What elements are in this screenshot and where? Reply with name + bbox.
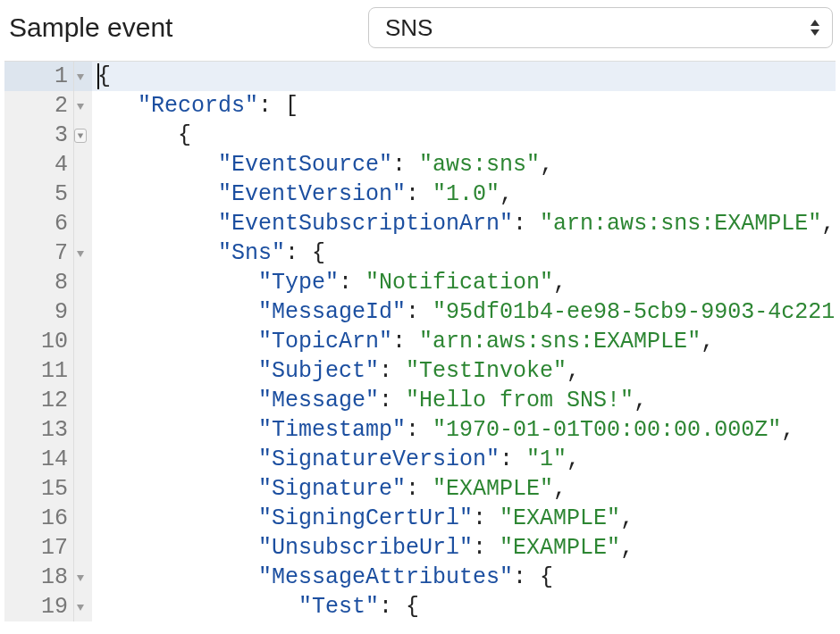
line-number[interactable]: 12	[4, 386, 73, 415]
line-number[interactable]: 1	[4, 62, 73, 91]
code-line[interactable]: "Records": [	[92, 91, 836, 121]
fold-arrow-open-icon[interactable]	[76, 249, 85, 258]
code-line[interactable]: "Test": {	[92, 592, 836, 621]
json-punct: ,	[553, 270, 567, 296]
line-number[interactable]: 10	[4, 327, 73, 356]
line-number[interactable]: 15	[4, 474, 73, 504]
json-punct: :	[406, 476, 433, 502]
json-punct: ,	[567, 446, 580, 472]
code-line[interactable]: "SignatureVersion": "1",	[92, 445, 836, 474]
json-punct: :	[406, 299, 433, 325]
line-number[interactable]: 19	[4, 592, 73, 621]
fold-cell	[74, 297, 92, 327]
code-line[interactable]: "SigningCertUrl": "EXAMPLE",	[92, 504, 836, 533]
json-string: "TestInvoke"	[406, 358, 567, 384]
fold-cell	[74, 327, 92, 356]
json-key: "Sns"	[218, 240, 285, 266]
fold-cell	[74, 150, 92, 179]
json-key: "TopicArn"	[258, 329, 392, 355]
code-line[interactable]: "EventVersion": "1.0",	[92, 179, 836, 209]
json-punct: ,	[540, 152, 553, 178]
json-punct: : {	[379, 594, 419, 620]
fold-cell	[74, 445, 92, 474]
json-string: "Hello from SNS!"	[406, 388, 634, 413]
json-string: "Notification"	[365, 270, 553, 296]
json-key: "Type"	[258, 270, 339, 296]
json-string: "arn:aws:sns:EXAMPLE"	[540, 211, 821, 237]
json-key: "EventSubscriptionArn"	[218, 211, 513, 237]
json-string: "1"	[526, 446, 567, 472]
code-line[interactable]: "EventSubscriptionArn": "arn:aws:sns:EXA…	[92, 209, 836, 238]
line-number-gutter[interactable]: 12345678910111213141516171819	[4, 62, 74, 621]
code-line[interactable]: "Signature": "EXAMPLE",	[92, 474, 836, 504]
json-string: "1970-01-01T00:00:00.000Z"	[433, 417, 781, 443]
json-punct: :	[379, 358, 406, 384]
json-key: "Timestamp"	[258, 417, 406, 443]
fold-toggle-box-icon[interactable]	[74, 129, 87, 143]
line-number[interactable]: 2	[4, 91, 73, 121]
line-number[interactable]: 16	[4, 504, 73, 533]
fold-arrow-open-icon[interactable]	[76, 573, 85, 582]
json-punct: ,	[821, 211, 835, 237]
json-string: "95df01b4-ee98-5cb9-9903-4c221d41eb5	[433, 299, 836, 325]
code-editor[interactable]: 12345678910111213141516171819 { "Records…	[4, 61, 836, 621]
line-number[interactable]: 9	[4, 297, 73, 327]
json-punct: : {	[513, 564, 553, 590]
code-line[interactable]: "Sns": {	[92, 238, 836, 268]
event-template-select[interactable]: SNS	[368, 7, 833, 48]
json-punct: : [	[258, 93, 298, 119]
json-string: "aws:sns"	[419, 152, 540, 178]
fold-arrow-open-icon[interactable]	[76, 603, 85, 612]
fold-arrow-open-icon[interactable]	[76, 72, 85, 81]
line-number[interactable]: 18	[4, 563, 73, 592]
fold-cell	[74, 386, 92, 415]
text-cursor	[97, 63, 99, 89]
json-punct: ,	[620, 535, 634, 561]
json-punct: :	[339, 270, 365, 296]
line-number[interactable]: 5	[4, 179, 73, 209]
header-bar: Sample event SNS	[0, 0, 840, 61]
line-number[interactable]: 13	[4, 415, 73, 445]
code-line[interactable]: "MessageId": "95df01b4-ee98-5cb9-9903-4c…	[92, 297, 836, 327]
fold-cell	[74, 91, 92, 121]
line-number[interactable]: 11	[4, 356, 73, 386]
json-string: "1.0"	[433, 181, 500, 207]
line-number[interactable]: 6	[4, 209, 73, 238]
json-string: "EXAMPLE"	[433, 476, 553, 502]
json-key: "SignatureVersion"	[258, 446, 500, 472]
code-line[interactable]: {	[92, 121, 836, 150]
code-line[interactable]: "Message": "Hello from SNS!",	[92, 386, 836, 415]
fold-gutter[interactable]	[74, 62, 92, 621]
code-line[interactable]: "TopicArn": "arn:aws:sns:EXAMPLE",	[92, 327, 836, 356]
line-number[interactable]: 8	[4, 268, 73, 297]
fold-cell	[74, 415, 92, 445]
code-line[interactable]: "EventSource": "aws:sns",	[92, 150, 836, 179]
line-number[interactable]: 3	[4, 121, 73, 150]
code-line[interactable]: "Timestamp": "1970-01-01T00:00:00.000Z",	[92, 415, 836, 445]
json-punct: :	[406, 181, 433, 207]
code-line[interactable]: "MessageAttributes": {	[92, 563, 836, 592]
code-line[interactable]: "UnsubscribeUrl": "EXAMPLE",	[92, 533, 836, 563]
event-template-select-value: SNS	[385, 14, 433, 42]
line-number[interactable]: 17	[4, 533, 73, 563]
fold-cell	[74, 179, 92, 209]
json-string: "EXAMPLE"	[500, 505, 620, 531]
code-line[interactable]: "Type": "Notification",	[92, 268, 836, 297]
line-number[interactable]: 14	[4, 445, 73, 474]
fold-cell	[74, 121, 92, 150]
code-area[interactable]: { "Records": [ { "EventSource": "aws:sns…	[92, 62, 836, 621]
code-line[interactable]: "Subject": "TestInvoke",	[92, 356, 836, 386]
line-number[interactable]: 7	[4, 238, 73, 268]
fold-cell	[74, 209, 92, 238]
line-number[interactable]: 4	[4, 150, 73, 179]
json-punct: ,	[620, 505, 634, 531]
json-punct: {	[97, 63, 111, 89]
fold-cell	[74, 268, 92, 297]
fold-arrow-open-icon[interactable]	[76, 102, 85, 111]
json-key: "MessageAttributes"	[258, 564, 513, 590]
json-key: "Records"	[138, 93, 258, 119]
json-punct: : {	[285, 240, 325, 266]
json-key: "MessageId"	[258, 299, 406, 325]
svg-marker-2	[77, 74, 84, 80]
code-line[interactable]: {	[92, 62, 836, 91]
